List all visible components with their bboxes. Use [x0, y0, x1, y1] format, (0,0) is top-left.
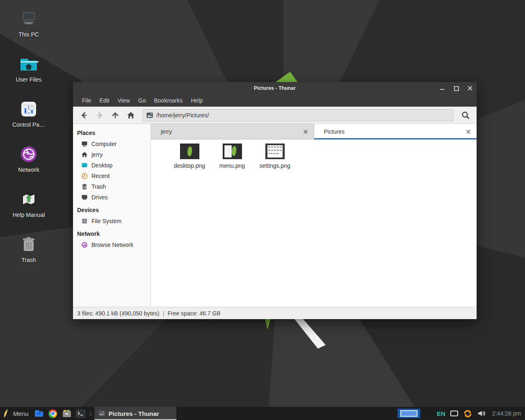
forward-button[interactable]: [93, 109, 107, 122]
search-icon: [461, 110, 470, 120]
desktop-icon-label: Help Manual: [7, 212, 50, 218]
sidebar-item-computer[interactable]: Computer: [77, 139, 151, 149]
titlebar[interactable]: Pictures - Thunar: [73, 82, 477, 94]
desktop-icon-label: This PC: [7, 31, 50, 38]
blue-window-icon: [34, 409, 44, 418]
taskbar: Menu Pictures - Thunar EN 2:44:28 pm: [0, 407, 525, 420]
task-label: Pictures - Thunar: [109, 410, 159, 417]
menu-view[interactable]: View: [114, 94, 134, 107]
taskbar-window-button[interactable]: Pictures - Thunar: [94, 407, 176, 420]
clock[interactable]: 2:44:28 pm: [491, 410, 521, 417]
app-menu-button[interactable]: Menu: [0, 407, 32, 420]
network-globe-icon: [81, 242, 88, 248]
maximize-icon[interactable]: [454, 86, 459, 91]
terminal-launcher[interactable]: [74, 407, 88, 420]
desktop-icon-label: User Files: [7, 76, 50, 83]
image-thumbnail: [265, 144, 285, 159]
toolbar: /home/jerry/Pictures/: [73, 107, 477, 124]
desktop-icon-this-pc[interactable]: This PC: [7, 9, 50, 38]
file-desktop-png[interactable]: desktop.png: [168, 144, 211, 169]
tab-close-icon[interactable]: [466, 129, 471, 134]
image-file-icon: [146, 112, 153, 118]
menu-label: Menu: [13, 410, 29, 417]
desktop-icon-label: Trash: [7, 257, 50, 263]
wallpaper-feather-stem: [264, 318, 272, 330]
menu-help[interactable]: Help: [187, 94, 207, 107]
sidebar-header-devices: Devices: [77, 207, 151, 213]
status-bar: 3 files: 490.1 kB (490,050 bytes) | Free…: [73, 307, 477, 319]
wallpaper-feather-quill: [290, 317, 326, 349]
clock-icon: [81, 173, 88, 179]
network-globe-icon: [19, 144, 39, 164]
desktop-icon-user-files[interactable]: User Files: [7, 54, 50, 83]
menu-edit[interactable]: Edit: [96, 94, 114, 107]
desktop-icon-trash[interactable]: Trash: [7, 235, 50, 263]
forward-arrow-icon: [95, 111, 104, 120]
minimize-icon[interactable]: [440, 86, 445, 91]
desktop-icon-label: Network: [7, 167, 50, 173]
sidebar-item-desktop[interactable]: Desktop: [77, 160, 151, 171]
active-workspace[interactable]: [400, 410, 418, 417]
sidebar-header-places: Places: [77, 130, 151, 136]
path-field[interactable]: /home/jerry/Pictures/: [143, 109, 454, 121]
workspace-switcher[interactable]: [397, 409, 420, 418]
help-manual-icon: [19, 189, 39, 209]
volume-icon[interactable]: [477, 410, 486, 417]
chrome-launcher[interactable]: [46, 407, 60, 420]
updates-icon[interactable]: [463, 409, 472, 418]
desktop-icon-control-panel[interactable]: Control Pa…: [7, 99, 50, 128]
menu-go[interactable]: Go: [134, 94, 150, 107]
tab-jerry[interactable]: jerry: [151, 124, 314, 139]
computer-icon: [81, 141, 88, 147]
up-button[interactable]: [108, 109, 122, 122]
desktop-icon-label: Control Pa…: [7, 121, 50, 128]
menu-bookmarks[interactable]: Bookmarks: [150, 94, 187, 107]
image-thumbnail: [180, 144, 199, 159]
menubar: File Edit View Go Bookmarks Help: [73, 94, 477, 107]
file-view[interactable]: desktop.png menu.png: [151, 139, 477, 307]
back-arrow-icon: [80, 111, 89, 120]
sidebar-item-jerry[interactable]: jerry: [77, 149, 151, 160]
computer-icon: [19, 9, 39, 29]
chrome-icon: [48, 409, 57, 418]
terminal-icon: [76, 409, 85, 418]
sidebar-item-file-system[interactable]: File System: [77, 216, 151, 226]
system-tray: EN 2:44:28 pm: [437, 409, 525, 418]
tasklist-grip[interactable]: [89, 410, 93, 417]
up-arrow-icon: [111, 111, 120, 120]
home-button[interactable]: [124, 109, 138, 122]
trash-icon: [81, 183, 88, 190]
file-manager-launcher[interactable]: [60, 407, 74, 420]
status-separator: |: [163, 310, 164, 317]
show-desktop-button[interactable]: [32, 407, 46, 420]
back-button[interactable]: [77, 109, 91, 122]
file-cabinet-icon: [62, 409, 72, 418]
status-free-space: Free space: 46.7 GB: [167, 310, 220, 317]
display-icon[interactable]: [450, 411, 458, 416]
home-icon: [126, 111, 135, 120]
file-settings-png[interactable]: settings.png: [253, 144, 296, 169]
sidebar: Places Computer jerry Desktop Recent Tra…: [73, 124, 151, 307]
home-icon: [81, 151, 88, 158]
keyboard-layout-indicator[interactable]: EN: [437, 410, 445, 417]
menu-file[interactable]: File: [78, 94, 96, 107]
window-title: Pictures - Thunar: [73, 82, 477, 94]
tab-close-icon[interactable]: [303, 129, 308, 134]
linux-lite-feather-icon: [2, 409, 10, 418]
sidebar-header-network: Network: [77, 231, 151, 237]
search-button[interactable]: [459, 109, 472, 122]
desktop-icon-network[interactable]: Network: [7, 144, 50, 173]
tab-bar: jerry Pictures: [151, 124, 477, 139]
sidebar-item-recent[interactable]: Recent: [77, 171, 151, 181]
file-menu-png[interactable]: menu.png: [211, 144, 253, 169]
wallpaper-feather-tip: [274, 71, 298, 82]
sidebar-item-trash[interactable]: Trash: [77, 181, 151, 192]
tab-pictures[interactable]: Pictures: [314, 124, 477, 139]
close-icon[interactable]: [468, 86, 472, 91]
control-panel-icon: [19, 99, 39, 119]
sidebar-item-drives[interactable]: Drives: [77, 192, 151, 203]
trash-icon: [19, 235, 39, 254]
image-file-icon: [98, 411, 105, 416]
sidebar-item-browse-network[interactable]: Browse Network: [77, 240, 151, 250]
desktop-icon-help-manual[interactable]: Help Manual: [7, 189, 50, 218]
